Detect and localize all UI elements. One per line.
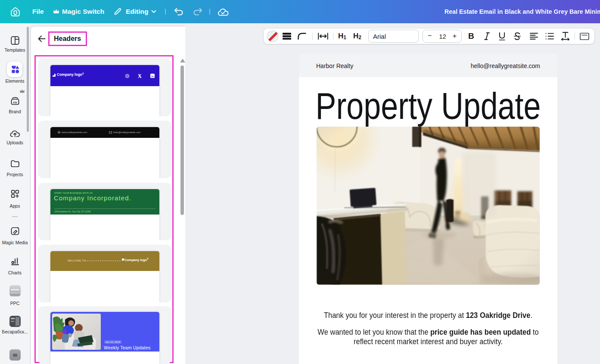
svg-text:in: in [151, 75, 154, 78]
svg-text:co: co [13, 100, 17, 104]
